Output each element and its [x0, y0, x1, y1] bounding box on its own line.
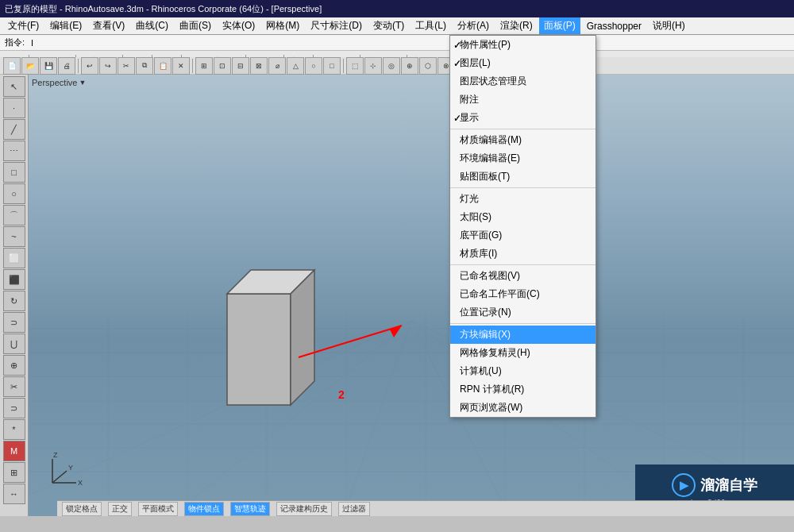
tool-loft[interactable]: ⋃ — [3, 333, 25, 354]
tb-cmd1[interactable]: ⊞ — [195, 57, 213, 75]
watermark-text: 溜溜自学 — [700, 476, 757, 495]
tb-cmd4[interactable]: ⊠ — [250, 57, 268, 75]
dropdown-label-mesh-repair: 网格修复精灵(H) — [460, 346, 580, 360]
menu-curve[interactable]: 曲线(C) — [131, 17, 173, 34]
tb-cmd5[interactable]: ⌀ — [268, 57, 286, 75]
tb-cmd8[interactable]: □ — [323, 57, 341, 75]
tool-boolean[interactable]: ⊕ — [3, 355, 25, 376]
tb-view2[interactable]: ⊹ — [364, 57, 382, 75]
svg-marker-23 — [227, 294, 291, 405]
tool-polyline[interactable]: ⋯ — [3, 141, 25, 161]
watermark-logo: ▶ 溜溜自学 — [672, 473, 757, 497]
dropdown-item-box-edit[interactable]: 方块编辑(X) — [450, 326, 596, 344]
dropdown-item-material-editor[interactable]: 材质编辑器(M) — [450, 131, 596, 149]
dropdown-item-rpn-calc[interactable]: RPN 计算机(R) — [450, 380, 596, 399]
status-ortho[interactable]: 正交 — [108, 502, 132, 516]
tool-sweep[interactable]: ⊃ — [3, 312, 25, 333]
viewport-area[interactable]: Perspective ▼ 1 2 Z — [29, 75, 794, 516]
dropdown-item-layers[interactable]: ✓ 图层(L) — [450, 54, 596, 72]
dropdown-item-attachment[interactable]: 附注 — [450, 91, 596, 109]
dropdown-item-sun[interactable]: 太阳(S) — [450, 208, 596, 226]
dropdown-item-env-editor[interactable]: 环境编辑器(E) — [450, 149, 596, 168]
status-planar[interactable]: 平面模式 — [138, 502, 178, 516]
tb-copy[interactable]: ⧉ — [136, 57, 153, 75]
tb-cmd6[interactable]: △ — [287, 57, 304, 75]
menu-panel[interactable]: 面板(P) — [539, 17, 580, 34]
tb-cmd3[interactable]: ⊟ — [232, 57, 249, 75]
dropdown-item-material-lib[interactable]: 材质库(I) — [450, 245, 596, 263]
menu-analyze[interactable]: 分析(A) — [453, 17, 494, 34]
tool-circle[interactable]: ○ — [3, 183, 25, 204]
tool-plane[interactable]: ⬜ — [3, 248, 25, 268]
tool-extrude[interactable]: ⬛ — [3, 269, 25, 290]
svg-text:X: X — [78, 479, 83, 487]
tool-trim[interactable]: ✂ — [3, 376, 25, 397]
menu-dimension[interactable]: 尺寸标注(D) — [306, 17, 367, 34]
tb-new[interactable]: 📄 — [3, 57, 21, 75]
tb-cmd7[interactable]: ○ — [305, 57, 322, 75]
menu-mesh[interactable]: 网格(M) — [261, 17, 304, 34]
dropdown-item-lighting[interactable]: 灯光 — [450, 190, 596, 208]
tool-join[interactable]: ⊃ — [3, 398, 25, 418]
tool-mesh2[interactable]: ⊞ — [3, 462, 25, 483]
tool-mesh1[interactable]: M — [3, 441, 25, 461]
axes-indicator: Z X Y — [44, 451, 84, 492]
dropdown-item-decal-panel[interactable]: 贴图面板(T) — [450, 168, 596, 186]
menu-transform[interactable]: 变动(T) — [368, 17, 409, 34]
dropdown-item-mesh-repair[interactable]: 网格修复精灵(H) — [450, 344, 596, 362]
tool-point[interactable]: · — [3, 98, 25, 118]
tb-save[interactable]: 💾 — [40, 57, 57, 75]
dropdown-item-web-browser[interactable]: 网页浏览器(W) — [450, 399, 596, 417]
menu-surface[interactable]: 曲面(S) — [175, 17, 216, 34]
menu-help[interactable]: 说明(H) — [648, 17, 690, 34]
status-history[interactable]: 记录建构历史 — [276, 502, 332, 516]
dropdown-label-properties: 物件属性(P) — [460, 38, 580, 52]
tool-select[interactable]: ↖ — [3, 76, 25, 97]
tb-redo[interactable]: ↪ — [99, 57, 117, 75]
svg-text:Y: Y — [68, 464, 73, 472]
menu-render[interactable]: 渲染(R) — [495, 17, 538, 34]
menu-solid[interactable]: 实体(O) — [218, 17, 260, 34]
tb-view3[interactable]: ◎ — [383, 57, 400, 75]
tb-cmd2[interactable]: ⊡ — [214, 57, 231, 75]
menu-view[interactable]: 查看(V) — [88, 17, 129, 34]
dropdown-label-env-editor: 环境编辑器(E) — [460, 152, 580, 165]
dropdown-item-display[interactable]: ✓ 显示 — [450, 109, 596, 127]
tool-line[interactable]: ╱ — [3, 119, 25, 140]
viewport-arrow-icon: ▼ — [79, 79, 86, 87]
tool-explode[interactable]: * — [3, 419, 25, 440]
tool-arc[interactable]: ⌒ — [3, 205, 25, 226]
dropdown-item-named-views[interactable]: 已命名视图(V) — [450, 267, 596, 285]
dropdown-item-groundplane[interactable]: 底平面(G) — [450, 226, 596, 245]
menu-edit[interactable]: 编辑(E) — [45, 17, 87, 34]
status-smarttrack[interactable]: 智慧轨迹 — [230, 502, 270, 516]
dropdown-item-layer-manager[interactable]: 图层状态管理员 — [450, 72, 596, 91]
status-filter[interactable]: 过滤器 — [338, 502, 370, 516]
dropdown-label-named-views: 已命名视图(V) — [460, 269, 580, 283]
tb-view4[interactable]: ⊕ — [401, 57, 418, 75]
status-osnap[interactable]: 物件锁点 — [184, 502, 224, 516]
dropdown-item-computer[interactable]: 计算机(U) — [450, 362, 596, 380]
tb-open[interactable]: 📂 — [21, 57, 39, 75]
dropdown-item-named-cplane[interactable]: 已命名工作平面(C) — [450, 285, 596, 303]
tb-delete[interactable]: ✕ — [172, 57, 190, 75]
tb-undo[interactable]: ↩ — [81, 57, 98, 75]
menu-tools[interactable]: 工具(L) — [410, 17, 451, 34]
tool-dimension[interactable]: ↔ — [3, 484, 25, 504]
tb-cut[interactable]: ✂ — [118, 57, 135, 75]
menu-grasshopper[interactable]: Grasshopper — [582, 19, 646, 33]
tool-rect[interactable]: □ — [3, 162, 25, 183]
tb-view1[interactable]: ⬚ — [346, 57, 364, 75]
tb-print[interactable]: 🖨 — [58, 57, 75, 75]
menu-file[interactable]: 文件(F) — [3, 17, 44, 34]
dropdown-item-position-log[interactable]: 位置记录(N) — [450, 303, 596, 322]
tool-revolve[interactable]: ↻ — [3, 291, 25, 311]
tb-view5[interactable]: ⬡ — [419, 57, 437, 75]
viewport-label[interactable]: Perspective ▼ — [32, 78, 86, 87]
status-grid[interactable]: 锁定格点 — [62, 502, 102, 516]
title-text: 已复原的模型 - RhinoAutosave.3dm - Rhinoceros … — [5, 3, 322, 15]
tool-freeform[interactable]: ~ — [3, 226, 25, 247]
dropdown-item-properties[interactable]: ✓ 物件属性(P) — [450, 36, 596, 54]
tb-paste[interactable]: 📋 — [154, 57, 172, 75]
command-input[interactable] — [31, 38, 190, 48]
